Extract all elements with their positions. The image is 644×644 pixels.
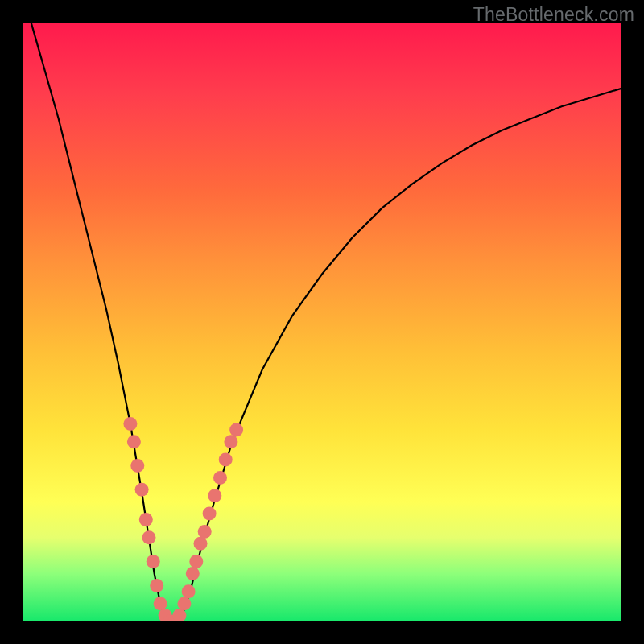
data-point: [194, 537, 208, 551]
data-point: [147, 555, 160, 568]
data-point: [135, 483, 149, 497]
chart-frame: TheBottleneck.com: [0, 0, 644, 644]
data-point: [213, 471, 227, 485]
data-point: [198, 525, 212, 539]
data-point: [203, 507, 217, 521]
data-point: [229, 423, 243, 436]
data-point: [182, 584, 196, 598]
data-point-group: [123, 417, 243, 621]
data-point: [186, 567, 200, 580]
data-point: [224, 435, 237, 448]
data-point: [150, 579, 163, 592]
data-point: [154, 597, 167, 610]
watermark-text: TheBottleneck.com: [473, 4, 634, 26]
data-point: [189, 555, 203, 568]
data-point: [123, 417, 137, 431]
data-point: [142, 530, 156, 544]
data-point: [130, 459, 144, 473]
data-point: [208, 489, 221, 502]
data-point: [177, 597, 191, 610]
data-point: [139, 513, 153, 526]
chart-plot-area: [23, 23, 621, 621]
data-point: [127, 435, 141, 448]
chart-svg: [23, 23, 621, 621]
data-point: [219, 453, 233, 467]
bottleneck-curve: [23, 23, 621, 621]
